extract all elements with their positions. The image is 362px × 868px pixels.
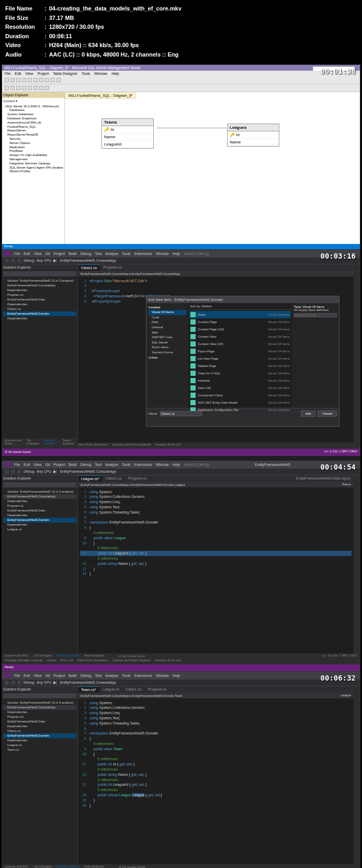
menu-bar[interactable]: FileEditViewProjectTable DesignerToolsWi… [2, 71, 360, 76]
solution-explorer[interactable]: Solution Explorer Solution 'EntityFramew… [2, 264, 78, 442]
code-editor[interactable]: League.cs* Class1.cs Program.cs EntityFr… [78, 475, 354, 653]
timestamp: 00:03:16 [321, 252, 356, 260]
screenshot-1: 00:01:38 MSJ.FootballTeams_SQL - Diagram… [2, 64, 360, 249]
add-button[interactable]: Add [301, 410, 316, 417]
code-editor[interactable]: Team.cs* League.cs Class1.cs Program.cs … [78, 686, 354, 864]
toolbar[interactable] [2, 76, 360, 84]
file-info-header: File Name:04-creating_the_data_models_wi… [0, 0, 362, 64]
vs-logo-icon [5, 673, 10, 678]
timestamp: 00:06:32 [321, 674, 356, 682]
status-bar: ⊘ No issues foundLn: 1 Chr: 1 SPC CRLF [2, 449, 360, 456]
menu-bar[interactable]: FileEditViewGitProjectBuildDebugTestAnal… [12, 251, 212, 257]
vs-logo-icon [5, 462, 10, 467]
screenshot-3: 00:04:54 FileEditViewGitProjectBuildDebu… [2, 460, 360, 671]
item-list[interactable]: ClassVisual C# Items Content PageVisual … [188, 310, 292, 415]
add-new-item-dialog: Add New Item - EntityFrameworkNet5.Domai… [146, 296, 340, 427]
toolbar-2[interactable] [2, 84, 360, 92]
item-description: Type: Visual C# Items An empty class def… [292, 303, 339, 408]
table-leagues[interactable]: Leagues 🔑 Id Name [227, 124, 279, 147]
toolbar[interactable]: DebugAny CPU▶EntityFrameworkNet5.Console… [2, 258, 360, 264]
dialog-search-input[interactable] [294, 313, 337, 317]
vs-logo-icon [5, 251, 10, 256]
diagram-canvas[interactable]: MSJ.FootballTeams_SQL - Diagram_0* Teams… [65, 92, 360, 244]
solution-explorer[interactable]: Solution Explorer Solution 'EntityFramew… [2, 475, 78, 653]
diagram-tab[interactable]: MSJ.FootballTeams_SQL - Diagram_0* [65, 92, 136, 99]
solution-explorer[interactable]: Solution Explorer Solution 'EntityFramew… [2, 686, 78, 864]
right-sidebar[interactable] [354, 264, 360, 442]
class-icon [190, 312, 196, 317]
cancel-button[interactable]: Cancel [318, 410, 337, 417]
object-explorer[interactable]: Object Explorer Connect ▾ (SQL Server 15… [2, 92, 65, 244]
filename-input[interactable] [160, 411, 202, 416]
relation-line [156, 128, 227, 128]
timestamp: 00:04:54 [321, 463, 356, 471]
screenshot-4: 00:06:32 FileEditViewGitProjectBuildDebu… [2, 671, 360, 868]
search-input[interactable] [3, 271, 76, 276]
category-list[interactable]: Installed Visual C# Items Code Data Gene… [146, 303, 188, 408]
screenshot-2: 00:03:16 FileEditViewGitProjectBuildDebu… [2, 249, 360, 460]
code-editor[interactable]: Class1.cs Program.cs EntityFrameworkNet5… [78, 264, 354, 442]
timestamp: 00:01:38 [321, 67, 356, 75]
title-bar: FileEditViewGitProjectBuildDebugTestAnal… [2, 250, 360, 258]
window-title: MSJ.FootballTeams_SQL - Diagram_0* - Mic… [2, 65, 360, 71]
table-teams[interactable]: Teams 🔑 Id Name LeagueId [101, 118, 154, 149]
search-box[interactable]: Search (Ctrl+Q) [184, 252, 209, 255]
